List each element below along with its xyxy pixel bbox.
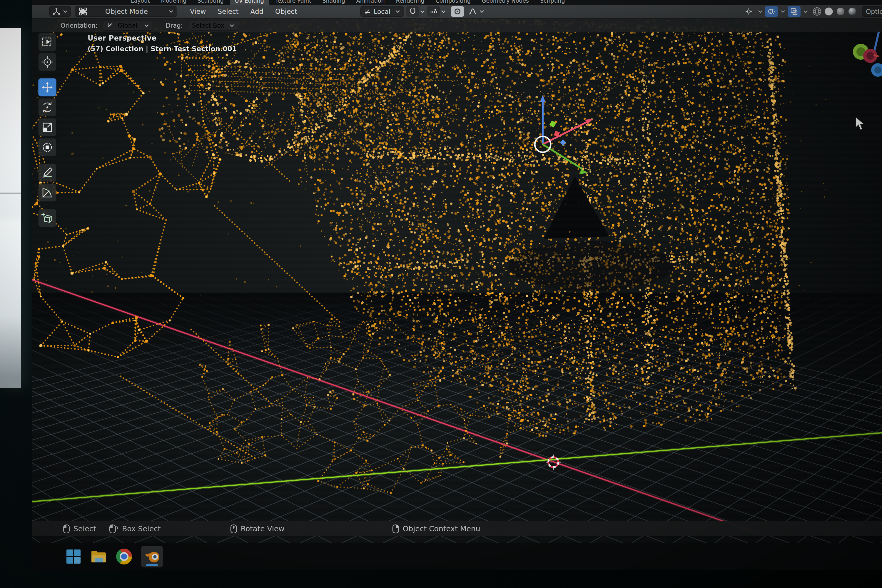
editor-type-3d-viewport-icon [52, 8, 60, 15]
taskbar-blender[interactable] [141, 546, 163, 567]
mode-dropdown[interactable]: Object Mode [75, 6, 177, 17]
options-dropdown[interactable]: Options [862, 6, 882, 17]
menu-view[interactable]: View [185, 8, 211, 15]
overlays-chevron-icon[interactable] [781, 10, 785, 13]
chevron-down-icon [144, 24, 149, 27]
show-overlays-toggle[interactable] [765, 6, 778, 17]
tool-annotate[interactable] [38, 164, 57, 182]
mouse-left-icon [63, 524, 70, 534]
statusbar-select: Select [63, 524, 96, 534]
global-axes-icon [107, 22, 114, 29]
statusbar-box-select-label: Box Select [122, 525, 161, 533]
blender-icon [144, 549, 160, 564]
mouse-cursor [855, 116, 866, 131]
viewport-canvas[interactable] [32, 0, 882, 570]
snap-chevron-icon[interactable] [420, 10, 425, 13]
folder-icon [90, 549, 107, 564]
drag-mode-dropdown[interactable]: Select Box [188, 21, 238, 31]
gizmo-icon [745, 8, 753, 15]
shading-solid-icon[interactable] [824, 6, 834, 16]
mouse-middle-icon [230, 524, 237, 534]
object-mode-icon [79, 8, 87, 16]
monitor-seam [0, 193, 21, 194]
shading-material-icon[interactable] [836, 6, 846, 16]
measure-tool-icon [40, 186, 54, 200]
toggle-xray-button[interactable] [788, 6, 801, 17]
navigation-gizmo[interactable] [846, 29, 882, 85]
add-cube-tool-icon [40, 211, 54, 225]
falloff-dropdown[interactable] [466, 6, 479, 17]
statusbar-context-menu: Object Context Menu [392, 524, 480, 534]
xray-chevron-icon[interactable] [803, 10, 808, 13]
nav-x-tick [874, 55, 879, 57]
shading-rendered-icon[interactable] [847, 6, 857, 16]
3d-cursor [545, 454, 561, 470]
tool-rotate[interactable] [38, 98, 57, 116]
snap-target-dropdown[interactable] [427, 6, 440, 17]
falloff-curve-icon [469, 8, 477, 15]
tool-orientation-dropdown[interactable]: Global [103, 21, 153, 31]
statusbar-rotate-view-label: Rotate View [241, 525, 285, 533]
transform-orientation-dropdown[interactable]: Local [360, 6, 404, 17]
shading-wireframe-icon[interactable] [812, 6, 822, 16]
menu-add[interactable]: Add [246, 8, 269, 15]
proportional-editing-toggle[interactable] [451, 6, 464, 17]
chevron-down-icon [230, 24, 234, 27]
windows-logo-icon [66, 549, 81, 564]
rotate-tool-icon [40, 100, 54, 114]
tool-tweak-select[interactable] [38, 33, 57, 51]
adjacent-monitor [0, 28, 21, 388]
orientation-value: Local [374, 8, 390, 15]
nav-z-axis-line [874, 31, 879, 54]
tool-settings-bar: Orientation: Global Drag: Select Box [32, 19, 882, 32]
gizmo-plane-xy [560, 140, 566, 146]
tool-measure[interactable] [38, 183, 57, 202]
taskbar [32, 543, 882, 570]
mouse-left-drag-icon [109, 524, 118, 534]
gizmo-y-arrowhead [580, 169, 588, 174]
taskbar-start-button[interactable] [65, 548, 82, 565]
menu-object[interactable]: Object [270, 8, 302, 15]
snap-increment-icon [430, 8, 438, 15]
tool-add-cube[interactable] [38, 209, 57, 227]
tool-scale[interactable] [38, 118, 57, 136]
viewport-info: User Perspective (57) Collection | Stern… [88, 34, 237, 52]
orientation-label: Orientation: [61, 22, 98, 29]
tool-cursor[interactable] [38, 53, 57, 71]
tool-transform[interactable] [38, 138, 57, 156]
show-gizmo-dropdown[interactable] [742, 6, 755, 17]
overlays-icon [768, 8, 775, 15]
gizmo-z-arrowhead [540, 95, 545, 102]
options-label: Options [866, 8, 882, 15]
proportional-circle-icon [454, 8, 461, 15]
active-object-label: (57) Collection | Stern Test Section.001 [88, 45, 237, 52]
view-name-label: User Perspective [88, 34, 237, 42]
gizmo-x-arrowhead [585, 119, 593, 124]
statusbar-select-label: Select [74, 525, 96, 533]
falloff-chevron-icon[interactable] [480, 10, 484, 13]
move-tool-icon [40, 81, 54, 94]
transform-tool-icon [40, 141, 54, 154]
snap-target-chevron-icon[interactable] [441, 10, 446, 13]
gizmo-y-axis [543, 144, 582, 168]
annotate-tool-icon [40, 166, 54, 179]
taskbar-file-explorer[interactable] [90, 548, 107, 565]
snap-magnet-toggle[interactable] [406, 6, 419, 17]
mode-label: Object Mode [105, 8, 148, 15]
viewport-header: Object Mode View Select Add Object Local [32, 5, 882, 19]
chevron-down-icon [395, 10, 400, 13]
status-bar: Select Box Select Rotate View Object Con… [32, 521, 882, 536]
taskbar-active-indicator [146, 564, 158, 566]
taskbar-chrome[interactable] [116, 548, 132, 565]
monitor-screen: Layout Modeling Sculpting UV Editing Tex… [32, 0, 882, 570]
orientation-axes-icon [364, 8, 371, 15]
magnet-icon [409, 8, 417, 15]
editor-type-button[interactable] [50, 6, 71, 17]
gizmo-chevron-icon[interactable] [758, 10, 763, 13]
tool-move[interactable] [38, 78, 57, 96]
statusbar-box-select: Box Select [109, 524, 161, 534]
move-gizmo[interactable] [496, 93, 598, 184]
menu-select[interactable]: Select [213, 8, 244, 15]
gizmo-plane-xz [549, 120, 556, 127]
3d-cursor-tool-icon [40, 55, 54, 69]
